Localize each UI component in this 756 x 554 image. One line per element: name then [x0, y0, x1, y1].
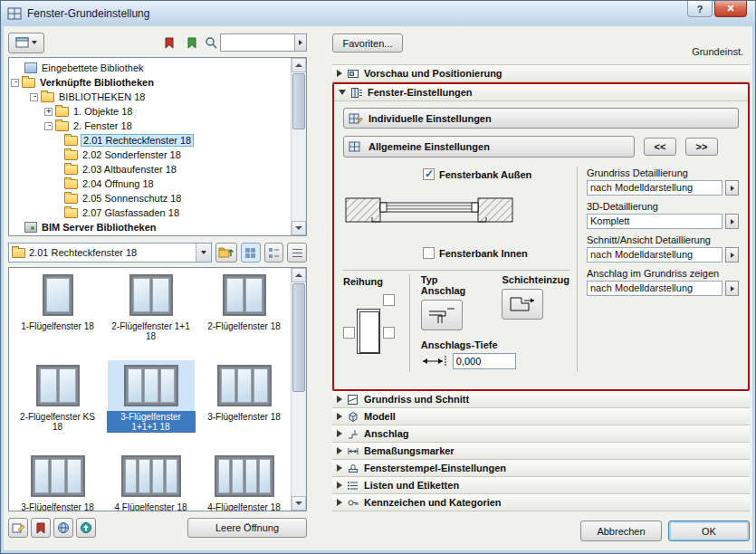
fensterbank-innen-checkbox[interactable]: Fensterbank Innen — [423, 247, 569, 259]
3d-detaillierung-select[interactable]: Komplett — [587, 214, 723, 229]
tree-item[interactable]: 1. Objekte 18 — [11, 104, 291, 119]
schichteinzug-button[interactable] — [502, 289, 543, 320]
scroll-thumb[interactable] — [292, 283, 305, 392]
expand-icon[interactable] — [44, 108, 53, 116]
scroll-thumb[interactable] — [292, 73, 305, 129]
new-object-button[interactable] — [8, 518, 28, 538]
anschlag-grundriss-select[interactable]: nach Modelldarstellung — [587, 281, 723, 296]
reihung-top-checkbox[interactable] — [383, 294, 395, 306]
section-header-grundriss-schnitt[interactable]: Grundriss und Schnitt — [332, 391, 750, 408]
schnitt-ansicht-detaillierung-select[interactable]: nach Modelldarstellung — [587, 247, 723, 263]
tree-item-label[interactable]: 2.03 Altbaufenster 18 — [81, 164, 178, 175]
titlebar[interactable]: Fenster-Grundeinstellung ? ✕ — [1, 1, 755, 26]
search-go-button[interactable] — [294, 34, 306, 51]
cancel-button[interactable]: Abbrechen — [580, 521, 662, 541]
tree-scrollbar[interactable] — [291, 58, 306, 235]
dropdown-arrow-button[interactable] — [196, 244, 211, 262]
library-part-thumbnail[interactable]: 4-Flügelfenster 18 — [197, 451, 291, 511]
section-header-fensterstempel[interactable]: Fensterstempel-Einstellungen — [332, 460, 750, 477]
section-header-listen-etiketten[interactable]: Listen und Etiketten — [332, 477, 750, 494]
individuelle-einstellungen-button[interactable]: Individuelle Einstellungen — [343, 108, 739, 129]
bookmark-red-button[interactable] — [159, 33, 179, 53]
view-details-button[interactable] — [264, 243, 284, 263]
checkbox-checked-icon[interactable] — [423, 168, 435, 180]
tree-item[interactable]: BIBLIOTHEKEN 18 — [11, 90, 291, 104]
folder-up-button[interactable] — [215, 243, 237, 263]
tree-item-label[interactable]: 2.02 Sonderfenster 18 — [81, 149, 183, 160]
flyout-arrow-button[interactable] — [725, 247, 739, 263]
typ-anschlag-button[interactable] — [421, 300, 463, 330]
view-list-button[interactable] — [287, 243, 307, 263]
collapse-icon[interactable] — [11, 79, 19, 87]
search-input[interactable] — [221, 35, 294, 50]
library-part-thumbnail[interactable]: 1-Flügelfenster 18 — [11, 270, 104, 360]
tree-item[interactable]: 2.07 Glasfassaden 18 — [11, 205, 291, 220]
tree-item[interactable]: 2. Fenster 18 — [11, 119, 291, 133]
tree-item-label[interactable]: Verknüpfte Bibliotheken — [38, 77, 156, 88]
scroll-down-button[interactable] — [292, 221, 306, 235]
tree-item-label[interactable]: Eingebettete Bibliothek — [40, 62, 146, 73]
view-thumbnails-button[interactable] — [241, 243, 261, 263]
library-view-menu-button[interactable] — [8, 33, 44, 53]
flyout-arrow-button[interactable] — [725, 281, 739, 296]
help-button[interactable]: ? — [687, 1, 713, 17]
bim-portal-button[interactable] — [76, 518, 96, 538]
library-part-thumbnail[interactable]: 3-Flügelfenster 18 — [197, 360, 291, 451]
tree-item[interactable]: 2.05 Sonnenschutz 18 — [11, 191, 291, 205]
flyout-arrow-button[interactable] — [725, 214, 739, 229]
fensterbank-aussen-checkbox[interactable]: Fensterbank Außen — [423, 168, 569, 180]
thumbnail-scrollbar[interactable] — [291, 268, 306, 511]
grundriss-detaillierung-select[interactable]: nach Modelldarstellung — [587, 180, 723, 196]
flyout-arrow-button[interactable] — [725, 180, 739, 196]
tree-item[interactable]: BIM Server Bibliotheken — [11, 220, 291, 234]
tree-item-label[interactable]: BIBLIOTHEKEN 18 — [57, 91, 147, 102]
checkbox-unchecked-icon[interactable] — [423, 247, 435, 259]
library-part-thumbnail[interactable]: 2-Flügelfenster 1+1 18 — [104, 270, 197, 360]
allgemeine-einstellungen-button[interactable]: Allgemeine Einstellungen — [343, 136, 635, 158]
tree-item-label[interactable]: 2.01 Rechteckfenster 18 — [81, 134, 194, 147]
library-part-thumbnail[interactable]: 2-Flügelfenster 18 — [197, 270, 291, 360]
section-header-kennzeichen[interactable]: Kennzeichen und Kategorien — [332, 494, 750, 511]
scroll-up-button[interactable] — [292, 268, 306, 282]
tree-item[interactable]: Eingebettete Bibliothek — [11, 61, 291, 75]
scroll-down-button[interactable] — [292, 496, 306, 511]
tree-item-label[interactable]: 2.07 Glasfassaden 18 — [81, 207, 181, 218]
leere-oeffnung-button[interactable]: Leere Öffnung — [187, 518, 307, 538]
collapse-icon[interactable] — [30, 93, 38, 101]
section-header-vorschau[interactable]: Vorschau und Positionierung — [332, 65, 750, 82]
section-header-bemassungsmarker[interactable]: Bemaßungsmarker — [332, 443, 750, 460]
tree-item[interactable]: 2.04 Öffnung 18 — [11, 177, 291, 191]
reihung-left-checkbox[interactable] — [343, 327, 355, 339]
tree-item-label[interactable]: BIM Server Bibliotheken — [40, 222, 158, 233]
bookmark-green-button[interactable] — [182, 33, 202, 53]
next-page-button[interactable]: >> — [685, 138, 718, 156]
scroll-up-button[interactable] — [292, 58, 306, 72]
web-library-button[interactable] — [53, 518, 73, 538]
library-part-thumbnail[interactable]: 2-Flügelfenster KS 18 — [11, 360, 104, 451]
reihung-right-checkbox[interactable] — [383, 327, 395, 339]
anschlags-tiefe-input[interactable] — [453, 353, 516, 369]
current-folder-select[interactable]: 2.01 Rechteckfenster 18 — [8, 243, 212, 263]
previous-page-button[interactable]: << — [644, 138, 676, 156]
tree-item[interactable]: 2.03 Altbaufenster 18 — [11, 162, 291, 177]
library-part-thumbnail[interactable]: 3-Flügelfenster 18 — [11, 451, 104, 511]
close-button[interactable]: ✕ — [714, 1, 747, 17]
section-header-anschlag[interactable]: Anschlag — [332, 425, 750, 443]
scroll-track[interactable] — [292, 72, 306, 221]
bookmark-button[interactable] — [31, 518, 51, 538]
tree-item-label[interactable]: 2.05 Sonnenschutz 18 — [81, 193, 183, 204]
tree-item-label[interactable]: 1. Objekte 18 — [72, 106, 134, 117]
tree-item[interactable]: Verknüpfte Bibliotheken — [11, 75, 291, 90]
search-field[interactable] — [220, 33, 307, 52]
tree-item-label[interactable]: 2.04 Öffnung 18 — [81, 178, 156, 189]
section-header-modell[interactable]: Modell — [332, 408, 750, 425]
collapse-icon[interactable] — [44, 122, 53, 130]
library-part-thumbnail[interactable]: 4 Flügelfenster 18 — [104, 451, 197, 511]
favorites-button[interactable]: Favoriten... — [332, 33, 403, 53]
tree-item-label[interactable]: 2. Fenster 18 — [72, 120, 134, 131]
tree-item[interactable]: 2.02 Sonderfenster 18 — [11, 148, 291, 162]
scroll-track[interactable] — [292, 282, 306, 496]
ok-button[interactable]: OK — [668, 521, 750, 541]
library-part-thumbnail-selected[interactable]: 3-Flügelfenster 1+1+1 18 — [104, 360, 197, 451]
section-header-fenster-einstellungen[interactable]: Fenster-Einstellungen — [334, 84, 748, 101]
